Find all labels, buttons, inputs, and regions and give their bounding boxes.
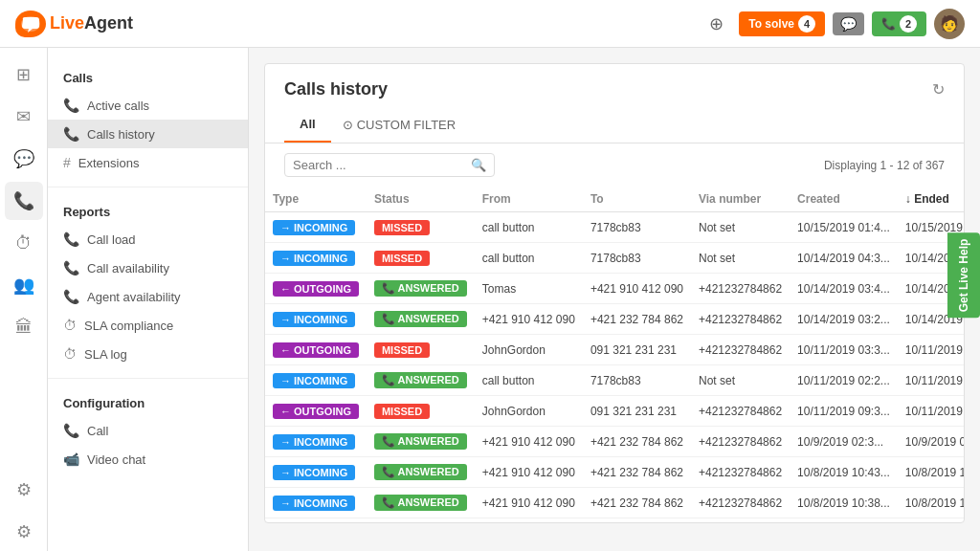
cell-via: +421232784862 xyxy=(691,396,790,427)
sidebar-icon-customers[interactable]: 👥 xyxy=(5,266,43,304)
sidebar-item-call[interactable]: 📞 Call xyxy=(48,416,248,445)
cell-created: 10/8/2019 10:43... xyxy=(790,457,898,488)
col-ended[interactable]: ↓ Ended xyxy=(898,187,964,212)
cell-type: → INCOMING xyxy=(265,457,367,488)
cell-to: +421 910 412 090 xyxy=(583,274,691,304)
sidebar-item-active-calls[interactable]: 📞 Active calls xyxy=(48,91,248,120)
sidebar-item-agent-availability[interactable]: 📞 Agent availability xyxy=(48,282,248,311)
cell-status: 📞 ANSWERED xyxy=(367,274,475,304)
col-to[interactable]: To xyxy=(583,187,691,212)
cell-type: ← OUTGOING xyxy=(265,335,367,365)
type-badge: ← OUTGOING xyxy=(273,404,359,419)
cell-ended: 10/11/2019 03:3... xyxy=(898,335,964,365)
cell-from: +421 910 412 090 xyxy=(475,457,583,488)
cell-from: call button xyxy=(475,243,583,274)
sidebar-icon-dashboard[interactable]: ⊞ xyxy=(5,55,43,94)
sidebar-item-call-load[interactable]: 📞 Call load xyxy=(48,225,248,253)
col-from[interactable]: From xyxy=(475,187,583,212)
cell-type: ← OUTGOING xyxy=(265,274,367,304)
clock-icon-2: ⏱ xyxy=(63,346,77,362)
cell-ended: 10/8/2019 10:47... xyxy=(898,457,964,488)
cell-status: 📞 ANSWERED xyxy=(367,427,475,457)
cell-from: +421 910 412 090 xyxy=(475,488,583,518)
sidebar-item-sla-log[interactable]: ⏱ SLA log xyxy=(48,340,248,368)
cell-ended: 10/11/2019 02:2... xyxy=(898,365,964,396)
navbar: LiveAgent ⊕ To solve 4 💬 📞 2 🧑 xyxy=(0,0,980,48)
sidebar-icon-chat[interactable]: 💬 xyxy=(5,140,43,178)
sidebar-item-calls-history[interactable]: 📞 Calls history xyxy=(48,120,248,148)
cell-to: +421 232 784 862 xyxy=(583,457,691,488)
status-badge: 📞 ANSWERED xyxy=(374,433,467,450)
status-badge: 📞 ANSWERED xyxy=(374,280,467,297)
phone-icon: 📞 xyxy=(63,98,79,113)
cell-created: 10/11/2019 09:3... xyxy=(790,396,898,427)
type-badge: → INCOMING xyxy=(273,312,355,327)
reports-section-title: Reports xyxy=(48,197,248,225)
page-header: Calls history ↻ xyxy=(265,64,964,99)
refresh-button[interactable]: ↻ xyxy=(932,80,945,99)
tab-all[interactable]: All xyxy=(284,107,331,143)
live-help-container: Get Live Help xyxy=(947,233,980,319)
sidebar-icon-reports[interactable]: ⏱ xyxy=(5,224,43,262)
col-created[interactable]: Created xyxy=(790,187,898,212)
cell-status: MISSED xyxy=(367,212,475,243)
type-badge: ← OUTGOING xyxy=(273,342,359,358)
calls-table: Type Status From To Via number Created ↓… xyxy=(265,187,964,518)
cell-created: 10/14/2019 03:2... xyxy=(790,304,898,335)
col-via[interactable]: Via number xyxy=(691,187,790,212)
table-row: → INCOMING 📞 ANSWERED +421 910 412 090 +… xyxy=(265,488,964,518)
type-badge: → INCOMING xyxy=(273,465,355,480)
video-icon: 📹 xyxy=(63,452,79,467)
col-status[interactable]: Status xyxy=(367,187,475,212)
calls-section-title: Calls xyxy=(48,63,248,91)
sidebar-icon-calls[interactable]: 📞 xyxy=(5,182,43,220)
cell-via: Not set xyxy=(691,243,790,274)
cell-via: Not set xyxy=(691,212,790,243)
cell-status: MISSED xyxy=(367,335,475,365)
table-row: → INCOMING 📞 ANSWERED +421 910 412 090 +… xyxy=(265,457,964,488)
col-type[interactable]: Type xyxy=(265,187,367,212)
cell-to: 091 321 231 231 xyxy=(583,335,691,365)
cell-status: 📞 ANSWERED xyxy=(367,304,475,335)
divider-1 xyxy=(48,187,248,187)
cell-from: Tomas xyxy=(475,274,583,304)
search-input[interactable] xyxy=(293,158,471,172)
search-icon[interactable]: 🔍 xyxy=(471,158,486,172)
live-help-button[interactable]: Get Live Help xyxy=(947,233,980,319)
chat-button[interactable]: 💬 xyxy=(833,12,864,35)
calls-button[interactable]: 📞 2 xyxy=(872,11,926,36)
table-row: → INCOMING 📞 ANSWERED call button 7178cb… xyxy=(265,365,964,396)
status-badge: 📞 ANSWERED xyxy=(374,464,467,480)
cell-to: +421 232 784 862 xyxy=(583,427,691,457)
sidebar-icon-settings[interactable]: ⚙ xyxy=(5,471,43,509)
sidebar-item-sla-compliance[interactable]: ⏱ SLA compliance xyxy=(48,311,248,340)
cell-type: → INCOMING xyxy=(265,427,367,457)
phone-icon-4: 📞 xyxy=(63,289,79,304)
filter-icon: ⊙ xyxy=(343,118,353,132)
config-section-title: Configuration xyxy=(48,388,248,416)
cell-created: 10/14/2019 03:4... xyxy=(790,274,898,304)
layout: ⊞ ✉ 💬 📞 ⏱ 👥 🏛 ⚙ ⚙ Calls 📞 Active calls 📞… xyxy=(0,48,980,551)
to-solve-button[interactable]: To solve 4 xyxy=(739,11,825,36)
page-title: Calls history xyxy=(284,79,388,99)
tab-custom-filter[interactable]: ⊙ CUSTOM FILTER xyxy=(331,110,468,140)
sidebar-item-extensions[interactable]: # Extensions xyxy=(48,148,248,177)
cell-status: MISSED xyxy=(367,243,475,274)
cell-to: 7178cb83 xyxy=(583,212,691,243)
avatar[interactable]: 🧑 xyxy=(934,9,965,39)
sidebar-icon-bank[interactable]: 🏛 xyxy=(5,308,43,346)
table-row: → INCOMING MISSED call button 7178cb83 N… xyxy=(265,212,964,243)
clock-icon: ⏱ xyxy=(63,318,77,333)
cell-from: JohnGordon xyxy=(475,335,583,365)
table-row: → INCOMING MISSED call button 7178cb83 N… xyxy=(265,243,964,274)
sidebar-item-video-chat[interactable]: 📹 Video chat xyxy=(48,445,248,474)
cell-from: JohnGordon xyxy=(475,396,583,427)
add-button[interactable]: ⊕ xyxy=(701,9,731,39)
sidebar-icon-config[interactable]: ⚙ xyxy=(5,513,43,551)
sidebar-item-call-availability[interactable]: 📞 Call availability xyxy=(48,253,248,282)
table-wrap: Type Status From To Via number Created ↓… xyxy=(265,187,964,522)
table-row: ← OUTGOING MISSED JohnGordon 091 321 231… xyxy=(265,335,964,365)
sidebar-icon-tickets[interactable]: ✉ xyxy=(5,98,43,136)
cell-created: 10/8/2019 10:38... xyxy=(790,488,898,518)
cell-to: 7178cb83 xyxy=(583,365,691,396)
